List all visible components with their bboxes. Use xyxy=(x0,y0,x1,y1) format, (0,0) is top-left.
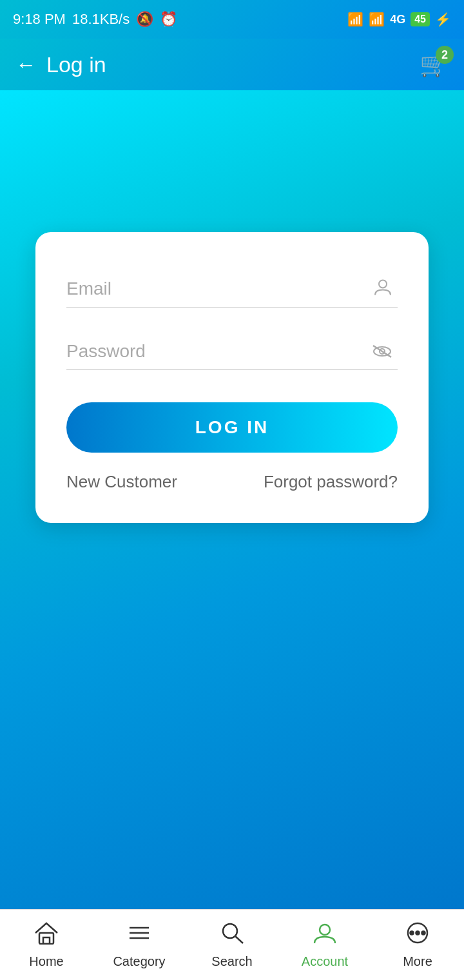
wifi-icon: 📶 xyxy=(347,12,363,27)
forgot-password-link[interactable]: Forgot password? xyxy=(264,472,398,492)
email-input[interactable] xyxy=(66,271,398,308)
status-bar: 9:18 PM 18.1KB/s 🔕 ⏰ 📶 📶 4G 45 ⚡ xyxy=(0,0,464,39)
signal-icon: 📶 xyxy=(369,12,385,27)
email-field-group xyxy=(66,271,398,308)
home-label: Home xyxy=(29,954,63,969)
content-area: LOG IN New Customer Forgot password? xyxy=(0,90,464,909)
account-icon xyxy=(313,921,337,950)
more-icon xyxy=(405,921,430,950)
home-icon xyxy=(34,921,59,950)
svg-point-63 xyxy=(223,924,237,938)
back-button[interactable]: ← xyxy=(15,53,36,77)
app-header: ← Log in 🛒 2 xyxy=(0,39,464,90)
lte-icon: 4G xyxy=(390,13,405,26)
category-icon xyxy=(127,921,151,950)
more-label: More xyxy=(403,954,432,969)
status-right: 📶 📶 4G 45 ⚡ xyxy=(347,12,451,27)
cart-button[interactable]: 🛒 2 xyxy=(420,51,449,78)
battery-icon: 45 xyxy=(411,12,430,26)
charging-icon: ⚡ xyxy=(435,12,451,27)
svg-point-65 xyxy=(320,925,330,935)
category-label: Category xyxy=(113,954,165,969)
status-left: 9:18 PM 18.1KB/s 🔕 ⏰ xyxy=(13,11,177,28)
status-time: 9:18 PM xyxy=(13,11,66,28)
password-field-group xyxy=(66,333,398,370)
account-label: Account xyxy=(302,954,348,969)
svg-rect-59 xyxy=(43,937,50,944)
svg-point-68 xyxy=(416,931,420,934)
svg-point-69 xyxy=(422,931,425,934)
svg-point-67 xyxy=(411,931,414,934)
nav-item-account[interactable]: Account xyxy=(278,921,371,969)
header-left: ← Log in xyxy=(15,52,106,77)
search-label: Search xyxy=(211,954,252,969)
nav-item-home[interactable]: Home xyxy=(0,921,93,969)
user-icon xyxy=(373,277,392,301)
login-footer: New Customer Forgot password? xyxy=(66,472,398,492)
svg-point-54 xyxy=(379,280,387,288)
mute-icon: 🔕 xyxy=(136,11,153,28)
cart-badge: 2 xyxy=(436,46,454,64)
status-network: 18.1KB/s xyxy=(72,11,130,28)
nav-item-search[interactable]: Search xyxy=(186,921,278,969)
password-input[interactable] xyxy=(66,333,398,370)
login-button[interactable]: LOG IN xyxy=(66,402,398,453)
svg-line-64 xyxy=(235,936,243,943)
search-icon xyxy=(220,921,244,950)
eye-off-icon[interactable] xyxy=(372,341,392,363)
bottom-navigation: Home Category Search Account xyxy=(0,909,464,980)
alarm-icon: ⏰ xyxy=(160,11,177,28)
page-title: Log in xyxy=(46,52,106,77)
svg-rect-58 xyxy=(39,933,53,944)
nav-item-category[interactable]: Category xyxy=(93,921,186,969)
nav-item-more[interactable]: More xyxy=(371,921,464,969)
login-card: LOG IN New Customer Forgot password? xyxy=(35,232,429,523)
new-customer-link[interactable]: New Customer xyxy=(66,472,177,492)
